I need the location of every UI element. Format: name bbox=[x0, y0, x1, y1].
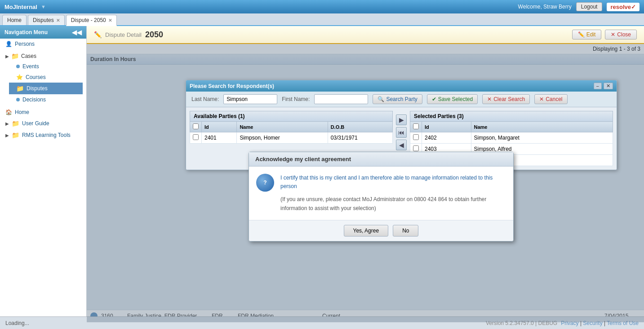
search-party-label: Search Party bbox=[386, 96, 417, 102]
selected-checkbox-header bbox=[410, 122, 422, 132]
tab-dispute-2050-close[interactable]: ✕ bbox=[108, 18, 112, 23]
yes-agree-button[interactable]: Yes, Agree bbox=[344, 225, 389, 237]
select-all-available[interactable] bbox=[193, 123, 199, 129]
sidebar-item-disputes-label: Disputes bbox=[27, 85, 48, 92]
first-name-input[interactable] bbox=[314, 94, 368, 104]
sidebar-header: Navigation Menu ◀◀ bbox=[0, 26, 86, 39]
selected-row-2-checkbox[interactable] bbox=[413, 145, 419, 151]
events-dot-icon bbox=[16, 65, 20, 68]
cases-children: Events ⭐ Courses 📁 Disputes Decisions bbox=[4, 61, 83, 105]
dispute-actions: ✏️ Edit ✕ Close bbox=[572, 30, 637, 39]
clear-search-label: Clear Search bbox=[493, 96, 525, 102]
save-selected-label: Save Selected bbox=[438, 96, 473, 102]
header-dropdown-icon[interactable]: ▼ bbox=[41, 4, 46, 9]
rms-folder-icon: 📁 bbox=[12, 132, 19, 139]
content-area: ✏️ Dispute Detail 2050 ✏️ Edit ✕ Close D… bbox=[87, 26, 644, 329]
welcome-text: Welcome, Straw Berry bbox=[518, 4, 572, 10]
search-dialog-titlebar: Please Search for Respondent(s) − ✕ bbox=[186, 80, 617, 92]
sidebar-item-user-guide[interactable]: ▶ 📁 User Guide bbox=[0, 118, 86, 129]
sidebar-item-rms-label: RMS Learning Tools bbox=[22, 132, 71, 138]
app-logo: resolve✓ bbox=[607, 3, 640, 11]
selected-row-1-id: 2402 bbox=[422, 132, 471, 144]
select-all-selected[interactable] bbox=[413, 123, 419, 129]
minimize-button[interactable]: − bbox=[594, 83, 602, 89]
transfer-right-button[interactable]: ▶ bbox=[396, 114, 407, 125]
ack-main-text: I certify that this is my client and I a… bbox=[280, 174, 506, 191]
close-dialog-button[interactable]: ✕ bbox=[604, 83, 613, 89]
header-left: MoJInternal ▼ bbox=[4, 4, 46, 10]
app-title: MoJInternal bbox=[4, 4, 37, 10]
sidebar-item-home[interactable]: 🏠 Home bbox=[0, 107, 86, 118]
sidebar-item-decisions[interactable]: Decisions bbox=[9, 94, 83, 105]
sidebar-group-cases: ▶ 📁 Cases Events ⭐ Courses 📁 Disputes bbox=[0, 49, 86, 107]
tab-dispute-2050[interactable]: Dispute - 2050 ✕ bbox=[66, 15, 117, 26]
dispute-number: 2050 bbox=[145, 30, 163, 39]
expand-icon-rms: ▶ bbox=[5, 133, 9, 138]
courses-star-icon: ⭐ bbox=[16, 74, 23, 80]
selected-id-header: Id bbox=[422, 122, 471, 132]
close-label: Close bbox=[617, 31, 631, 38]
sidebar-toggle[interactable]: ◀◀ bbox=[72, 29, 82, 36]
sidebar-item-rms[interactable]: ▶ 📁 RMS Learning Tools bbox=[0, 129, 86, 141]
dispute-title-area: ✏️ Dispute Detail 2050 bbox=[94, 30, 163, 39]
available-row-1-name: Simpson, Homer bbox=[237, 132, 328, 144]
edit-button[interactable]: ✏️ Edit bbox=[572, 30, 602, 39]
sidebar-title: Navigation Menu bbox=[4, 29, 48, 35]
sidebar-item-persons-label: Persons bbox=[15, 41, 35, 47]
dispute-detail-label: Dispute Detail bbox=[105, 31, 142, 38]
first-name-label: First Name: bbox=[282, 96, 310, 102]
tabbar: Home Disputes ✕ Dispute - 2050 ✕ bbox=[0, 13, 644, 26]
cancel-button[interactable]: ✕ Cancel bbox=[534, 94, 567, 104]
transfer-left-button[interactable]: ◀ bbox=[396, 140, 407, 150]
ack-text: I certify that this is my client and I a… bbox=[280, 174, 506, 213]
sidebar-item-cases-label: Cases bbox=[21, 53, 36, 59]
loading-text: Loading... bbox=[5, 320, 29, 326]
edit-label: Edit bbox=[586, 31, 596, 38]
save-selected-button[interactable]: ✔ Save Selected bbox=[427, 94, 478, 104]
decisions-dot-icon bbox=[16, 98, 20, 101]
available-row-1-checkbox[interactable] bbox=[193, 134, 199, 140]
available-parties-label: Available Parties (1) bbox=[194, 113, 245, 119]
sidebar-item-disputes[interactable]: 📁 Disputes bbox=[9, 83, 83, 94]
sidebar-item-decisions-label: Decisions bbox=[22, 97, 46, 103]
edit-icon: ✏️ bbox=[578, 31, 585, 38]
sidebar-item-cases[interactable]: ▶ 📁 Cases bbox=[4, 51, 83, 61]
dispute-header: ✏️ Dispute Detail 2050 ✏️ Edit ✕ Close bbox=[87, 26, 644, 44]
no-button[interactable]: No bbox=[393, 225, 418, 237]
available-row-checkbox bbox=[190, 132, 202, 144]
ack-sub-text: (If you are unsure, please contact MoJ A… bbox=[280, 195, 506, 212]
expand-icon-guide: ▶ bbox=[5, 121, 9, 126]
sidebar-item-events[interactable]: Events bbox=[9, 61, 83, 72]
transfer-first-button[interactable]: ⏮ bbox=[396, 127, 407, 138]
selected-row-1-checkbox[interactable] bbox=[413, 134, 419, 140]
cancel-label: Cancel bbox=[546, 96, 562, 102]
tab-disputes[interactable]: Disputes ✕ bbox=[28, 15, 65, 25]
acknowledge-dialog: Acknowledge my client agreement ? I cert… bbox=[249, 152, 514, 241]
search-party-button[interactable]: 🔍 Search Party bbox=[373, 94, 422, 104]
ack-question-icon: ? bbox=[256, 174, 274, 192]
home-icon: 🏠 bbox=[5, 109, 12, 115]
available-id-header: Id bbox=[202, 122, 237, 132]
edit-pencil-icon: ✏️ bbox=[94, 31, 102, 38]
sidebar-item-persons[interactable]: 👤 Persons bbox=[0, 39, 86, 49]
close-button[interactable]: ✕ Close bbox=[605, 30, 637, 39]
logout-button[interactable]: Logout bbox=[576, 2, 603, 11]
tab-disputes-close[interactable]: ✕ bbox=[56, 18, 60, 23]
tab-home[interactable]: Home bbox=[2, 15, 27, 25]
available-dob-header: D.O.B bbox=[328, 122, 392, 132]
userguide-folder-icon: 📁 bbox=[12, 120, 19, 127]
last-name-label: Last Name: bbox=[191, 96, 219, 102]
tab-home-label: Home bbox=[7, 17, 22, 23]
selected-name-header: Name bbox=[471, 122, 613, 132]
clear-search-button[interactable]: ✕ Clear Search bbox=[482, 94, 530, 104]
clear-icon: ✕ bbox=[487, 96, 492, 102]
table-row: 2402 Simpson, Margaret bbox=[410, 132, 613, 144]
search-icon: 🔍 bbox=[378, 96, 384, 102]
sidebar-item-user-guide-label: User Guide bbox=[22, 120, 49, 127]
last-name-input[interactable] bbox=[223, 94, 277, 104]
sidebar: Navigation Menu ◀◀ 👤 Persons ▶ 📁 Cases E… bbox=[0, 26, 87, 329]
header-right: Welcome, Straw Berry Logout resolve✓ bbox=[518, 2, 640, 11]
tab-dispute-2050-label: Dispute - 2050 bbox=[71, 17, 106, 23]
sidebar-item-courses-label: Courses bbox=[26, 74, 46, 80]
sidebar-item-courses[interactable]: ⭐ Courses bbox=[9, 72, 83, 83]
